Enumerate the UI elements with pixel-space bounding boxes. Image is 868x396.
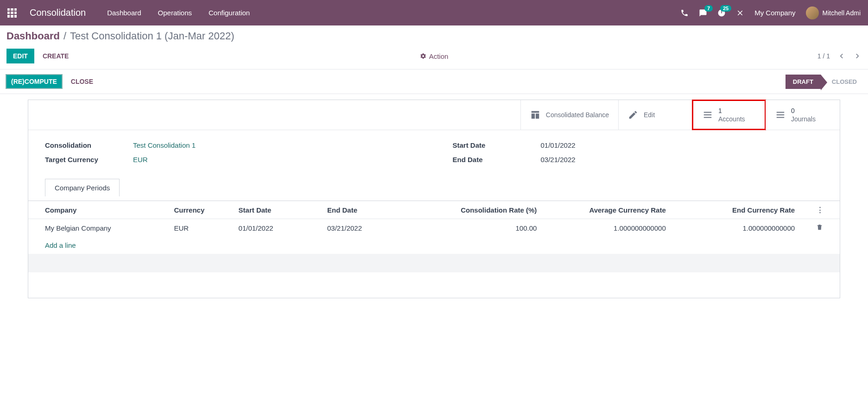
stat-accounts-count: 1 — [718, 107, 745, 115]
messages-badge: 7 — [704, 5, 713, 12]
pager-next-icon[interactable] — [853, 52, 862, 60]
messages-icon[interactable]: 7 — [699, 9, 707, 17]
status-draft[interactable]: DRAFT — [786, 75, 821, 89]
stat-balance-label: Consolidated Balance — [546, 111, 609, 119]
pager-prev-icon[interactable] — [837, 52, 846, 60]
gear-icon — [420, 53, 426, 59]
stat-buttons: Consolidated Balance Edit 1 Accounts 0 J… — [28, 100, 840, 130]
cell-currency: EUR — [174, 224, 238, 232]
user-menu[interactable]: Mitchell Admi — [806, 6, 861, 19]
activity-icon[interactable]: 25 — [717, 9, 726, 17]
tabs: Company Periods — [45, 178, 823, 196]
recompute-button[interactable]: (RE)COMPUTE — [6, 74, 63, 89]
edit-button[interactable]: EDIT — [6, 49, 34, 63]
sheet: Consolidated Balance Edit 1 Accounts 0 J… — [28, 100, 840, 298]
nav-menu: Dashboard Operations Configuration — [107, 9, 250, 17]
start-date-label: Start Date — [453, 141, 541, 149]
activity-badge: 25 — [720, 5, 731, 12]
nav-menu-configuration[interactable]: Configuration — [209, 9, 250, 17]
user-name: Mitchell Admi — [823, 9, 861, 17]
add-line-button[interactable]: Add a line — [28, 237, 840, 254]
cp-right: 1 / 1 — [817, 52, 862, 60]
list-icon — [703, 110, 713, 120]
stat-journals-label: Journals — [791, 115, 816, 123]
cell-company: My Belgian Company — [45, 224, 174, 232]
end-date-value: 03/21/2022 — [541, 156, 576, 163]
col-start-date[interactable]: Start Date — [239, 206, 327, 214]
grid-footer-pad — [28, 254, 840, 272]
pager[interactable]: 1 / 1 — [817, 52, 830, 60]
company-periods-grid: Company Currency Start Date End Date Con… — [28, 201, 840, 298]
end-date-label: End Date — [453, 156, 541, 163]
action-label: Action — [429, 52, 449, 60]
close-button[interactable]: CLOSE — [71, 78, 93, 85]
apps-icon[interactable] — [7, 8, 17, 18]
column-options-icon[interactable]: ⋮ — [817, 206, 823, 214]
cell-end-rate: 1.000000000000 — [666, 224, 795, 232]
table-row[interactable]: My Belgian Company EUR 01/01/2022 03/21/… — [28, 219, 840, 237]
list-icon — [775, 110, 786, 120]
breadcrumb-current: Test Consolidation 1 (Jan-Mar 2022) — [70, 30, 234, 42]
col-currency[interactable]: Currency — [174, 206, 238, 214]
breadcrumb-sep: / — [63, 30, 66, 42]
form-body: Consolidation Test Consolidation 1 Targe… — [28, 130, 840, 201]
status-row: (RE)COMPUTE CLOSE DRAFT CLOSED — [0, 69, 868, 94]
tab-company-periods[interactable]: Company Periods — [45, 179, 120, 196]
col-avg-rate[interactable]: Average Currency Rate — [537, 206, 665, 214]
cp-left: EDIT CREATE — [6, 49, 69, 63]
close-tray-icon[interactable] — [736, 9, 744, 17]
control-panel: EDIT CREATE Action 1 / 1 — [0, 45, 868, 69]
navbar: Consolidation Dashboard Operations Confi… — [0, 0, 868, 25]
nav-menu-operations[interactable]: Operations — [158, 9, 192, 17]
action-dropdown[interactable]: Action — [420, 52, 449, 60]
cell-end-date: 03/21/2022 — [327, 224, 416, 232]
nav-menu-dashboard[interactable]: Dashboard — [107, 9, 141, 17]
grid-space — [28, 272, 840, 298]
consolidation-value[interactable]: Test Consolidation 1 — [133, 141, 196, 149]
col-end-rate[interactable]: End Currency Rate — [666, 206, 795, 214]
consolidation-label: Consolidation — [45, 141, 133, 149]
stat-journals-count: 0 — [791, 107, 816, 115]
col-consolidation-rate[interactable]: Consolidation Rate (%) — [416, 206, 537, 214]
stat-consolidated-balance[interactable]: Consolidated Balance — [520, 100, 618, 130]
col-end-date[interactable]: End Date — [327, 206, 416, 214]
grid-header: Company Currency Start Date End Date Con… — [28, 201, 840, 219]
col-company[interactable]: Company — [45, 206, 174, 214]
target-currency-label: Target Currency — [45, 156, 133, 163]
breadcrumb-root[interactable]: Dashboard — [6, 30, 60, 42]
company-switcher[interactable]: My Company — [754, 9, 795, 17]
cell-consolidation-rate: 100.00 — [416, 224, 537, 232]
trash-icon[interactable] — [816, 224, 823, 231]
cell-start-date: 01/01/2022 — [239, 224, 327, 232]
cell-avg-rate: 1.000000000000 — [537, 224, 665, 232]
nav-right: 7 25 My Company Mitchell Admi — [680, 6, 861, 19]
phone-icon[interactable] — [680, 9, 689, 17]
start-date-value: 01/01/2022 — [541, 141, 576, 149]
pencil-icon — [628, 110, 638, 120]
nav-left: Consolidation Dashboard Operations Confi… — [7, 7, 250, 18]
stat-journals[interactable]: 0 Journals — [766, 100, 840, 130]
stat-accounts-label: Accounts — [718, 115, 745, 123]
app-title[interactable]: Consolidation — [30, 7, 86, 18]
target-currency-value[interactable]: EUR — [133, 156, 148, 163]
sheet-wrap: Consolidated Balance Edit 1 Accounts 0 J… — [0, 100, 868, 298]
stat-edit-label: Edit — [644, 111, 655, 119]
breadcrumb: Dashboard / Test Consolidation 1 (Jan-Ma… — [0, 25, 868, 45]
stat-edit[interactable]: Edit — [618, 100, 692, 130]
avatar — [806, 6, 819, 19]
stat-accounts[interactable]: 1 Accounts — [692, 100, 766, 130]
create-button[interactable]: CREATE — [43, 52, 69, 60]
statusbar: DRAFT CLOSED — [786, 75, 862, 89]
table-icon — [530, 110, 540, 120]
